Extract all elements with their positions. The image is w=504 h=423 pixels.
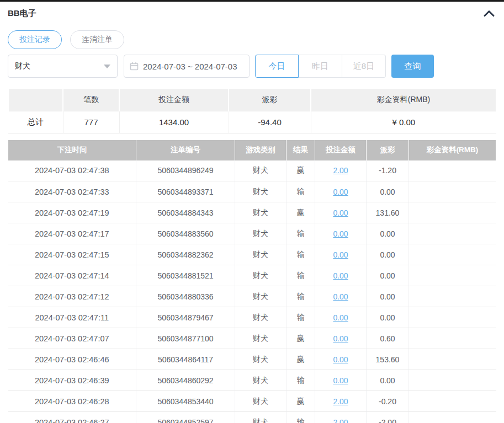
- bet-amount-cell: 2.00: [315, 391, 367, 412]
- game-category: 财犬: [235, 244, 287, 265]
- payout-value: 0.00: [367, 286, 409, 307]
- tab-bet-records[interactable]: 投注记录: [8, 30, 62, 49]
- date-range-input[interactable]: 2024-07-03 ~ 2024-07-03: [124, 55, 250, 78]
- game-category: 财犬: [235, 181, 287, 202]
- collapse-button[interactable]: [483, 9, 496, 17]
- yesterday-button[interactable]: 昨日: [299, 55, 342, 78]
- summary-count: 777: [63, 111, 119, 133]
- record-type-tabs: 投注记录 连消注单: [8, 30, 496, 49]
- bet-amount-link[interactable]: 0.00: [333, 271, 348, 280]
- bet-col-header: 结果: [287, 140, 315, 160]
- order-number: 5060344881521: [136, 265, 235, 286]
- bet-table-body: 2024-07-03 02:47:385060344896249财犬赢2.00-…: [8, 160, 496, 423]
- bet-amount-cell: 0.00: [315, 328, 367, 349]
- table-row: 2024-07-03 02:47:075060344877100财犬赢0.000…: [8, 328, 496, 349]
- bet-result: 输: [287, 223, 315, 244]
- order-number: 5060344853440: [136, 391, 235, 412]
- bonus-value: [409, 286, 496, 307]
- payout-value: -2.00: [367, 412, 409, 423]
- bet-result: 赢: [287, 160, 315, 181]
- summary-table: 笔数投注金额派彩彩金资料(RMB) 总计7771434.00-94.40¥ 0.…: [8, 89, 497, 133]
- bet-amount-link[interactable]: 0.00: [333, 208, 348, 217]
- game-category: 财犬: [235, 328, 287, 349]
- bonus-value: [409, 223, 496, 244]
- panel-header: BB电子: [8, 7, 496, 20]
- order-number: 5060344893371: [136, 181, 235, 202]
- bet-amount-cell: 0.00: [315, 223, 367, 244]
- table-row: 2024-07-03 02:47:125060344880336财犬输0.000…: [8, 286, 496, 307]
- table-row: 2024-07-03 02:47:335060344893371财犬输0.000…: [8, 181, 496, 202]
- bet-amount-link[interactable]: 0.00: [333, 376, 348, 385]
- chevron-up-icon: [483, 9, 495, 17]
- bet-time: 2024-07-03 02:47:14: [8, 265, 136, 286]
- bet-amount-link[interactable]: 0.00: [333, 313, 348, 322]
- bet-col-header: 游戏类别: [235, 140, 287, 160]
- bet-amount-link[interactable]: 2.00: [333, 418, 348, 423]
- bet-amount-link[interactable]: 0.00: [333, 334, 348, 343]
- summary-col-header: 派彩: [229, 89, 311, 111]
- game-select-value: 财犬: [15, 61, 30, 71]
- bet-amount-link[interactable]: 2.00: [333, 397, 348, 406]
- payout-value: 0.00: [367, 307, 409, 328]
- bet-result: 赢: [287, 349, 315, 370]
- bet-amount-link[interactable]: 2.00: [333, 166, 348, 175]
- bet-amount-link[interactable]: 0.00: [333, 188, 348, 196]
- summary-col-header: 笔数: [63, 89, 119, 111]
- bet-amount-link[interactable]: 0.00: [333, 355, 348, 364]
- game-category: 财犬: [235, 286, 287, 307]
- summary-payout: -94.40: [229, 111, 311, 133]
- bet-col-header: 下注时间: [8, 140, 136, 160]
- bet-amount-cell: 0.00: [315, 244, 367, 265]
- summary-col-header: 投注金额: [119, 89, 229, 111]
- today-button[interactable]: 今日: [255, 55, 299, 78]
- payout-value: 0.00: [367, 244, 409, 265]
- page-title: BB电子: [8, 8, 36, 19]
- order-number: 5060344883560: [136, 223, 235, 244]
- bet-amount-cell: 0.00: [315, 349, 367, 370]
- order-number: 5060344896249: [136, 160, 235, 181]
- bet-table: 下注时间注单编号游戏类别结果投注金额派彩彩金资料(RMB) 2024-07-03…: [8, 140, 496, 423]
- table-row: 2024-07-03 02:46:285060344853440财犬赢2.00-…: [8, 391, 496, 412]
- bonus-value: [409, 265, 496, 286]
- order-number: 5060344852597: [136, 412, 235, 423]
- bet-time: 2024-07-03 02:46:28: [8, 391, 136, 412]
- bet-col-header: 派彩: [367, 140, 409, 160]
- summary-col-header: 彩金资料(RMB): [311, 89, 496, 111]
- bet-time: 2024-07-03 02:47:33: [8, 181, 136, 202]
- bonus-value: [409, 244, 496, 265]
- bet-time: 2024-07-03 02:47:19: [8, 202, 136, 223]
- bet-time: 2024-07-03 02:47:38: [8, 160, 136, 181]
- order-number: 5060344879467: [136, 307, 235, 328]
- last-8-days-button[interactable]: 近8日: [342, 55, 386, 78]
- bet-time: 2024-07-03 02:46:46: [8, 349, 136, 370]
- summary-total-label: 总计: [8, 111, 63, 133]
- bonus-value: [409, 307, 496, 328]
- table-row: 2024-07-03 02:47:115060344879467财犬输0.000…: [8, 307, 496, 328]
- game-select[interactable]: 财犬: [8, 55, 118, 78]
- bet-amount-link[interactable]: 0.00: [333, 229, 348, 238]
- bonus-value: [409, 181, 496, 202]
- payout-value: 0.00: [367, 370, 409, 391]
- game-category: 财犬: [235, 202, 287, 223]
- bet-result: 赢: [287, 202, 315, 223]
- payout-value: 131.60: [367, 202, 409, 223]
- table-row: 2024-07-03 02:46:275060344852597财犬输2.00-…: [8, 412, 496, 423]
- bet-time: 2024-07-03 02:47:12: [8, 286, 136, 307]
- game-category: 财犬: [235, 391, 287, 412]
- bonus-value: [409, 370, 496, 391]
- bet-amount-cell: 0.00: [315, 370, 367, 391]
- table-row: 2024-07-03 02:47:175060344883560财犬输0.000…: [8, 223, 496, 244]
- search-button[interactable]: 查询: [391, 55, 434, 78]
- payout-value: 153.60: [367, 349, 409, 370]
- bet-time: 2024-07-03 02:47:11: [8, 307, 136, 328]
- bet-time: 2024-07-03 02:47:17: [8, 223, 136, 244]
- tab-cancelled-orders[interactable]: 连消注单: [70, 30, 124, 49]
- bet-amount-link[interactable]: 0.00: [333, 250, 348, 259]
- bet-amount-link[interactable]: 0.00: [333, 292, 348, 301]
- top-divider-bar: [0, 0, 504, 2]
- bonus-value: [409, 160, 496, 181]
- bet-amount-cell: 0.00: [315, 181, 367, 202]
- bonus-value: [409, 349, 496, 370]
- bet-col-header: 投注金额: [315, 140, 367, 160]
- bet-result: 赢: [287, 328, 315, 349]
